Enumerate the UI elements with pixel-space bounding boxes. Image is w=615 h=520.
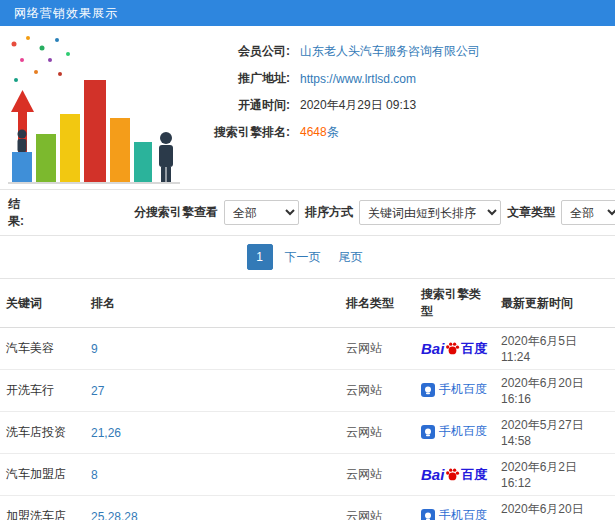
mobile-baidu-logo: 手机百度 (421, 381, 487, 398)
time-cell: 2020年5月27日 14:58 (495, 412, 615, 454)
baidu-logo-text: Bai (421, 340, 444, 357)
chart-illustration (2, 30, 187, 186)
table-row: 洗车店投资21,26云网站手机百度2020年5月27日 14:58 (0, 412, 615, 454)
page-header: 网络营销效果展示 (0, 0, 615, 26)
rank-cell: 9 (85, 328, 340, 370)
mobile-baidu-logo: 手机百度 (421, 507, 487, 520)
mobile-baidu-icon (421, 425, 435, 439)
rank-type-cell: 云网站 (340, 370, 415, 412)
open-time-value: 2020年4月29日 09:13 (300, 97, 416, 114)
company-info-panel: 会员公司: 山东老人头汽车服务咨询有限公司 推广地址: https://www.… (0, 26, 615, 190)
url-label: 推广地址: (190, 70, 290, 87)
column-header: 关键词 (0, 279, 85, 328)
time-cell: 2020年6月20日 16:11 (495, 496, 615, 520)
rank-type-cell: 云网站 (340, 496, 415, 520)
time-cell: 2020年6月2日 16:12 (495, 454, 615, 496)
type-select[interactable]: 全部 (561, 200, 615, 225)
baidu-logo-cn: 百度 (461, 340, 487, 358)
rank-count-unit: 条 (327, 125, 339, 139)
rank-count-value: 4648 (300, 125, 327, 139)
keyword-cell: 开洗车行 (0, 370, 85, 412)
table-row: 开洗车行27云网站手机百度2020年6月20日 16:16 (0, 370, 615, 412)
engine-cell: 手机百度 (415, 412, 495, 454)
company-fields: 会员公司: 山东老人头汽车服务咨询有限公司 推广地址: https://www.… (190, 38, 480, 146)
engine-cell: 手机百度 (415, 496, 495, 520)
mobile-baidu-icon (421, 509, 435, 520)
mobile-baidu-label: 手机百度 (439, 381, 487, 398)
promo-url-link[interactable]: https://www.lrtlsd.com (300, 72, 416, 86)
mobile-baidu-icon (421, 383, 435, 397)
last-page-link[interactable]: 尾页 (333, 244, 369, 270)
filter-bar: 结果: 分搜索引擎查看 全部 排序方式 关键词由短到长排序 文章类型 全部 提交 (0, 190, 615, 236)
column-header: 最新更新时间 (495, 279, 615, 328)
field-row-rank-count: 搜索引擎排名: 4648条 (190, 119, 480, 146)
bar-chart-graphic (2, 30, 187, 186)
keyword-cell: 汽车加盟店 (0, 454, 85, 496)
open-time-label: 开通时间: (190, 97, 290, 114)
company-name-link[interactable]: 山东老人头汽车服务咨询有限公司 (300, 43, 480, 60)
pagination: 1 下一页 尾页 (0, 236, 615, 278)
table-header-row: 关键词排名排名类型搜索引擎类型最新更新时间 (0, 279, 615, 328)
engine-cell: Bai百度 (415, 454, 495, 496)
engine-cell: 手机百度 (415, 370, 495, 412)
mobile-baidu-logo: 手机百度 (421, 423, 487, 440)
rank-type-cell: 云网站 (340, 412, 415, 454)
baidu-logo-text: Bai (421, 466, 444, 483)
table-row: 汽车美容9云网站Bai百度2020年6月5日 11:24 (0, 328, 615, 370)
page-title: 网络营销效果展示 (14, 5, 118, 22)
results-table: 关键词排名排名类型搜索引擎类型最新更新时间 汽车美容9云网站Bai百度2020年… (0, 278, 615, 520)
sort-filter-label: 排序方式 (305, 204, 353, 221)
rank-count-label: 搜索引擎排名: (190, 124, 290, 141)
table-row: 加盟洗车店25,28,28云网站手机百度2020年6月20日 16:11 (0, 496, 615, 520)
result-label: 结果: (8, 196, 24, 230)
time-cell: 2020年6月20日 16:16 (495, 370, 615, 412)
mobile-baidu-label: 手机百度 (439, 507, 487, 520)
column-header: 排名 (85, 279, 340, 328)
time-cell: 2020年6月5日 11:24 (495, 328, 615, 370)
field-row-url: 推广地址: https://www.lrtlsd.com (190, 65, 480, 92)
company-label: 会员公司: (190, 43, 290, 60)
baidu-paw-icon (445, 341, 460, 356)
rank-cell: 21,26 (85, 412, 340, 454)
rank-type-cell: 云网站 (340, 328, 415, 370)
rank-cell: 25,28,28 (85, 496, 340, 520)
column-header: 搜索引擎类型 (415, 279, 495, 328)
baidu-logo: Bai百度 (421, 466, 487, 484)
mobile-baidu-label: 手机百度 (439, 423, 487, 440)
rank-cell: 27 (85, 370, 340, 412)
type-filter-label: 文章类型 (507, 204, 555, 221)
keyword-cell: 加盟洗车店 (0, 496, 85, 520)
column-header: 排名类型 (340, 279, 415, 328)
keyword-cell: 洗车店投资 (0, 412, 85, 454)
rank-type-cell: 云网站 (340, 454, 415, 496)
rank-cell: 8 (85, 454, 340, 496)
field-row-open-time: 开通时间: 2020年4月29日 09:13 (190, 92, 480, 119)
keyword-cell: 汽车美容 (0, 328, 85, 370)
next-page-link[interactable]: 下一页 (279, 244, 327, 270)
engine-filter-label: 分搜索引擎查看 (134, 204, 218, 221)
baidu-logo-cn: 百度 (461, 466, 487, 484)
sort-select[interactable]: 关键词由短到长排序 (359, 200, 501, 225)
field-row-company: 会员公司: 山东老人头汽车服务咨询有限公司 (190, 38, 480, 65)
table-row: 汽车加盟店8云网站Bai百度2020年6月2日 16:12 (0, 454, 615, 496)
page-number-1[interactable]: 1 (247, 244, 273, 270)
baidu-paw-icon (445, 467, 460, 482)
engine-cell: Bai百度 (415, 328, 495, 370)
baidu-logo: Bai百度 (421, 340, 487, 358)
filter-controls: 分搜索引擎查看 全部 排序方式 关键词由短到长排序 文章类型 全部 提交 (134, 200, 615, 226)
engine-select[interactable]: 全部 (224, 200, 299, 225)
